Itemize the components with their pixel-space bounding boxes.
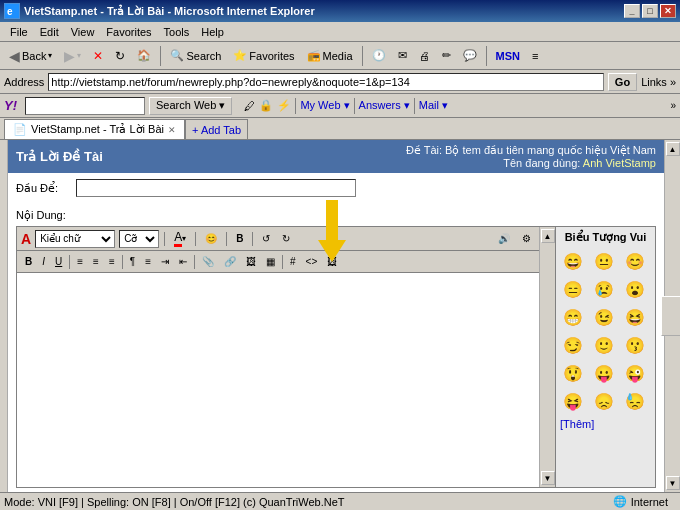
favorites-button[interactable]: ⭐ Favorites [228,45,299,67]
back-button[interactable]: ◀ Back ▾ [4,45,57,67]
yahoo-logo: Y! [4,98,17,113]
redo-button[interactable]: ↻ [278,230,294,248]
smiley-icon: 😊 [205,233,217,244]
align-center-button[interactable]: ≡ [89,253,103,271]
scroll-thumb[interactable] [661,296,681,336]
emoji-6[interactable]: 😮 [622,276,648,302]
tab-close-icon[interactable]: ✕ [168,125,176,135]
page-scroll-down[interactable]: ▼ [666,476,680,490]
emoji-2[interactable]: 😐 [591,248,617,274]
emoji-1[interactable]: 😄 [560,248,586,274]
page-header-subtitle: Đề Tài: Bộ tem đầu tiên mang quốc hiệu V… [406,144,656,156]
search-button[interactable]: 🔍 Search [165,45,226,67]
add-tab-button[interactable]: + Add Tab [185,119,248,139]
refresh-icon: ↻ [115,49,125,63]
mail-button[interactable]: ✉ [393,45,412,67]
emoji-5[interactable]: 😢 [591,276,617,302]
yahoo-sep3 [414,98,415,114]
undo-button[interactable]: ↺ [258,230,274,248]
menu-help[interactable]: Help [195,24,230,40]
editor-textarea[interactable] [17,273,539,487]
toolbar-icon-1[interactable]: 🖊 [244,100,255,112]
smiley-button[interactable]: 😊 [201,230,221,248]
zone-label: Internet [631,496,668,508]
toolbar-icon-3[interactable]: ⚡ [277,99,291,112]
subject-input[interactable] [76,179,356,197]
menu-tools[interactable]: Tools [158,24,196,40]
emoji-12[interactable]: 😗 [622,332,648,358]
settings-button[interactable]: ⚙ [518,230,535,248]
history-button[interactable]: 🕐 [367,45,391,67]
scroll-left-strip [0,140,8,492]
refresh-button[interactable]: ↻ [110,45,130,67]
edit-button[interactable]: ✏ [437,45,456,67]
bold-icon-tb1[interactable]: B [232,230,247,248]
font-size-select[interactable]: Cỡ [119,230,159,248]
print-button[interactable]: 🖨 [414,45,435,67]
home-button[interactable]: 🏠 [132,45,156,67]
emoji-10[interactable]: 😏 [560,332,586,358]
font-color-button[interactable]: A ▾ [170,230,190,248]
emoji-4[interactable]: 😑 [560,276,586,302]
minimize-button[interactable]: _ [624,4,640,18]
editor-scroll-up[interactable]: ▲ [541,229,555,243]
table-button[interactable]: ▦ [262,253,279,271]
link-button[interactable]: 🔗 [220,253,240,271]
clip-button[interactable]: 📎 [198,253,218,271]
user-name-link[interactable]: Anh VietStamp [583,157,656,169]
emoji-7[interactable]: 😁 [560,304,586,330]
close-button[interactable]: ✕ [660,4,676,18]
menu-favorites[interactable]: Favorites [100,24,157,40]
yahoo-search-input[interactable] [25,97,145,115]
emoji-17[interactable]: 😞 [591,388,617,414]
discuss-button[interactable]: 💬 [458,45,482,67]
align-left-button[interactable]: ≡ [73,253,87,271]
stop-button[interactable]: ✕ [88,45,108,67]
ol-button[interactable]: ≡ [141,253,155,271]
emoji-8[interactable]: 😉 [591,304,617,330]
maximize-button[interactable]: □ [642,4,658,18]
emoji-3[interactable]: 😊 [622,248,648,274]
address-input[interactable] [48,73,604,91]
options-button[interactable]: ≡ [527,45,543,67]
align-right-button[interactable]: ≡ [105,253,119,271]
menu-view[interactable]: View [65,24,101,40]
forward-button[interactable]: ▶ ▾ [59,45,86,67]
links-label[interactable]: Links » [641,76,676,88]
menu-edit[interactable]: Edit [34,24,65,40]
bold-button[interactable]: B [21,253,36,271]
emoji-13[interactable]: 😲 [560,360,586,386]
my-web-button[interactable]: My Web ▾ [300,99,349,112]
emoji-14[interactable]: 😛 [591,360,617,386]
speaker-button[interactable]: 🔊 [494,230,514,248]
hash-button[interactable]: # [286,253,300,271]
emoji-15[interactable]: 😜 [622,360,648,386]
media-button[interactable]: 📻 Media [302,45,358,67]
emoji-more-link[interactable]: [Thêm] [560,418,651,430]
list-button[interactable]: ¶ [126,253,139,271]
answers-button[interactable]: Answers ▾ [359,99,410,112]
yahoo-search-web-button[interactable]: Search Web ▾ [149,97,232,115]
emoji-9[interactable]: 😆 [622,304,648,330]
underline-button[interactable]: U [51,253,66,271]
tab-vietstamp[interactable]: 📄 VietStamp.net - Trả Lời Bài ✕ [4,119,185,139]
italic-button[interactable]: I [38,253,49,271]
mail-link[interactable]: Mail ▾ [419,99,448,112]
editor-scroll-down[interactable]: ▼ [541,471,555,485]
emoji-11[interactable]: 🙂 [591,332,617,358]
indent-button[interactable]: ⇥ [157,253,173,271]
emoji-16[interactable]: 😝 [560,388,586,414]
page-area: Trả Lời Đề Tài Đề Tài: Bộ tem đầu tiên m… [8,140,664,492]
globe-icon: 🌐 [613,495,627,508]
font-style-select[interactable]: Kiểu chữ [35,230,115,248]
toolbar-icon-2[interactable]: 🔒 [259,99,273,112]
go-button[interactable]: Go [608,73,637,91]
history-icon: 🕐 [372,49,386,62]
msn-button[interactable]: MSN [491,45,525,67]
page-scroll-up[interactable]: ▲ [666,142,680,156]
emoji-18[interactable]: 😓 [622,388,648,414]
menu-file[interactable]: File [4,24,34,40]
yahoo-sep2 [354,98,355,114]
image-button[interactable]: 🖼 [242,253,260,271]
outdent-button[interactable]: ⇤ [175,253,191,271]
